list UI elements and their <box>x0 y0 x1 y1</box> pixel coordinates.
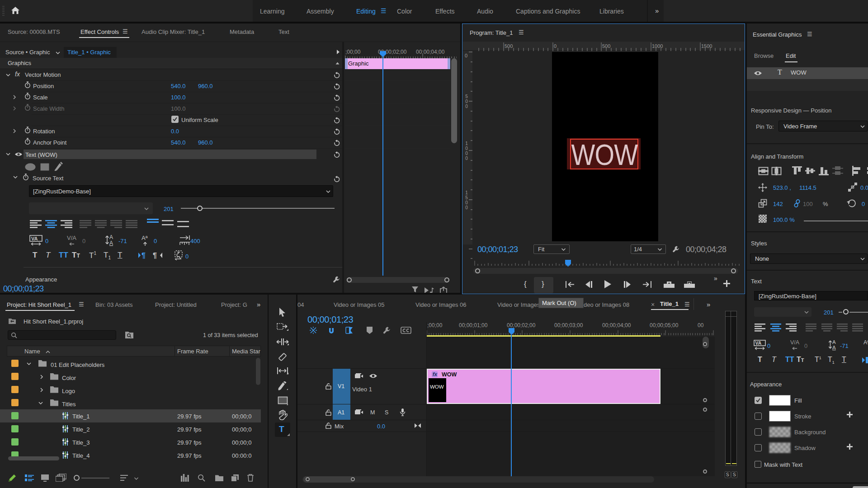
svg-text:A: A <box>109 234 113 240</box>
svg-text:VA: VA <box>755 340 762 346</box>
svg-text:¶: ¶ <box>153 252 157 259</box>
svg-text:V/A: V/A <box>67 235 76 241</box>
svg-text:A: A <box>109 240 113 246</box>
svg-text:Aª: Aª <box>863 339 868 346</box>
svg-text:A: A <box>832 339 836 345</box>
svg-text:VA: VA <box>31 236 38 241</box>
svg-text:V/A: V/A <box>790 339 800 346</box>
svg-text:¶: ¶ <box>142 252 146 259</box>
svg-text:A: A <box>832 345 836 350</box>
svg-text:Aª: Aª <box>142 235 148 241</box>
